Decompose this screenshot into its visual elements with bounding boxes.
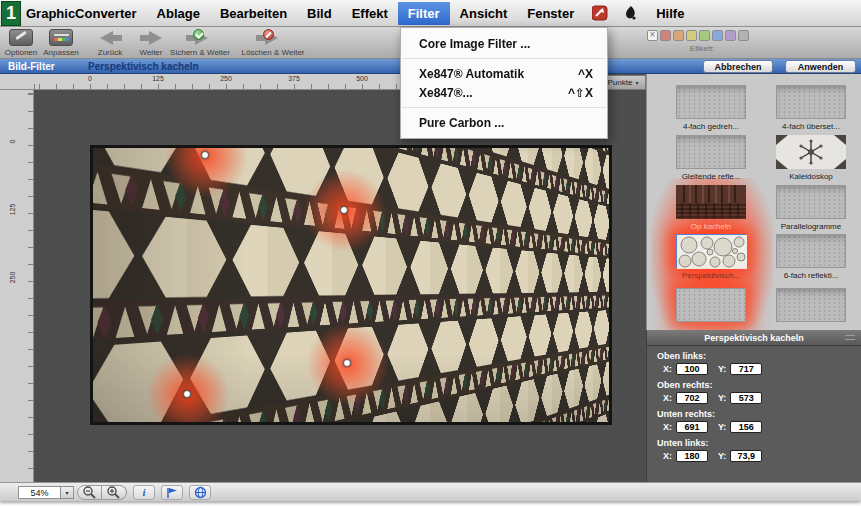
h-ruler-num: 250 bbox=[216, 75, 236, 82]
menu-graphicconverter[interactable]: GraphicConverter bbox=[24, 2, 147, 25]
unten-links-label: Unten links: bbox=[657, 438, 861, 448]
menu-effekt[interactable]: Effekt bbox=[342, 2, 398, 25]
thumbnail-image bbox=[776, 135, 846, 169]
status-bar: 54% ▾ i bbox=[0, 482, 861, 501]
filter-bar-title: Bild-Filter bbox=[8, 61, 55, 72]
panel-title: Perspektivisch kacheln bbox=[704, 333, 804, 343]
label-swatch-red[interactable] bbox=[660, 30, 671, 41]
menu-ansicht[interactable]: Ansicht bbox=[450, 2, 518, 25]
menu-item-core-image-filter[interactable]: Core Image Filter ... bbox=[401, 34, 607, 53]
wrench-icon bbox=[15, 31, 27, 40]
unten-links-x-field[interactable]: 180 bbox=[676, 450, 708, 462]
status-icon-group: i bbox=[133, 485, 211, 500]
filter-thumb-op-kacheln[interactable]: Op kacheln bbox=[661, 185, 761, 231]
label-swatch-purple[interactable] bbox=[725, 30, 736, 41]
filter-thumb-gleitende-reflexion[interactable]: Gleitende refle... bbox=[661, 135, 761, 181]
unten-links-y-field[interactable]: 73,9 bbox=[730, 450, 762, 462]
label-clear-swatch[interactable] bbox=[647, 30, 658, 41]
thumbnail-label: Gleitende refle... bbox=[661, 172, 761, 181]
label-swatch-gray[interactable] bbox=[738, 30, 749, 41]
zoom-in-button[interactable] bbox=[102, 485, 127, 500]
menu-item-shortcut: ^X bbox=[578, 67, 593, 81]
y-axis-label: Y: bbox=[718, 451, 726, 461]
label-swatch-yellow[interactable] bbox=[686, 30, 697, 41]
menu-bild[interactable]: Bild bbox=[297, 2, 342, 25]
apply-button[interactable]: Anwenden bbox=[785, 60, 856, 73]
options-button[interactable] bbox=[9, 29, 33, 46]
filter-thumb-kaleidoskop[interactable]: Kaleidoskop bbox=[761, 135, 861, 181]
globe-button[interactable] bbox=[189, 485, 211, 500]
filter-thumb-4fach-uebersetzt[interactable]: 4-fach überset... bbox=[761, 85, 861, 131]
menu-fenster[interactable]: Fenster bbox=[517, 2, 584, 25]
thumbnail-image bbox=[776, 234, 846, 268]
flag-icon bbox=[166, 487, 178, 499]
x-axis-label: X: bbox=[663, 422, 672, 432]
menu-item-label: Xe847®... bbox=[419, 86, 473, 100]
v-ruler-num: 250 bbox=[9, 268, 16, 288]
menu-item-xe847[interactable]: Xe847®... ^⇧X bbox=[401, 83, 607, 102]
thumbnail-image bbox=[676, 288, 746, 322]
filter-thumb-parallelogramme[interactable]: Parallelogramme bbox=[761, 185, 861, 231]
menu-item-pure-carbon[interactable]: Pure Carbon ... bbox=[401, 113, 607, 132]
oben-rechts-y-field[interactable]: 573 bbox=[730, 392, 762, 404]
control-point-bottom-right[interactable] bbox=[343, 359, 351, 367]
grip-icon bbox=[845, 335, 855, 340]
ink-blob-icon[interactable] bbox=[622, 5, 639, 22]
unten-rechts-label: Unten rechts: bbox=[657, 409, 861, 419]
menu-item-xe847-automatik[interactable]: Xe847® Automatik ^X bbox=[401, 64, 607, 83]
oben-rechts-label: Oben rechts: bbox=[657, 380, 861, 390]
info-icon: i bbox=[142, 487, 145, 498]
corner-glow-bottom-left bbox=[145, 352, 231, 425]
label-swatch-green[interactable] bbox=[699, 30, 710, 41]
filter-thumb-perspektivisch-selected[interactable]: Perspektivisch... bbox=[661, 234, 761, 280]
color-sliders-icon bbox=[54, 38, 69, 41]
oben-rechts-x-field[interactable]: 702 bbox=[676, 392, 708, 404]
thumbnail-image bbox=[676, 85, 746, 119]
y-axis-label: Y: bbox=[718, 422, 726, 432]
etikett-label: Etikett: bbox=[690, 44, 714, 53]
flag-button[interactable] bbox=[161, 485, 183, 500]
control-point-top-right[interactable] bbox=[340, 206, 348, 214]
filter-thumb-partial-left[interactable] bbox=[661, 288, 761, 322]
label-swatch-blue[interactable] bbox=[712, 30, 723, 41]
zoom-level-dropdown[interactable]: 54% ▾ bbox=[18, 486, 74, 499]
next-arrow-icon bbox=[149, 31, 162, 45]
green-check-icon bbox=[193, 29, 204, 40]
filter-thumb-4fach-gedreht[interactable]: 4-fach gedreh... bbox=[661, 85, 761, 131]
panel-header[interactable]: Perspektivisch kacheln bbox=[647, 330, 861, 346]
h-ruler-num: 500 bbox=[352, 75, 372, 82]
magnifier-minus-icon bbox=[82, 486, 98, 499]
unten-rechts-x-field[interactable]: 691 bbox=[676, 421, 708, 433]
control-point-bottom-left[interactable] bbox=[183, 390, 191, 398]
oben-links-y-field[interactable]: 717 bbox=[730, 363, 762, 375]
thumbnail-image bbox=[676, 185, 746, 219]
menu-filter-active[interactable]: Filter bbox=[398, 2, 450, 25]
adjust-button[interactable] bbox=[49, 29, 73, 46]
label-swatch-orange[interactable] bbox=[673, 30, 684, 41]
menu-bearbeiten[interactable]: Bearbeiten bbox=[210, 2, 297, 25]
annotation-step-badge: 1 bbox=[1, 1, 21, 26]
filter-thumbnails-sidebar: 4-fach gedreh... 4-fach überset... Gleit… bbox=[646, 74, 861, 330]
filter-thumb-6fach-reflektiert[interactable]: 6-fach reflekti... bbox=[761, 234, 861, 280]
zoom-out-button[interactable] bbox=[77, 485, 102, 500]
h-ruler-num: 375 bbox=[284, 75, 304, 82]
menu-ablage[interactable]: Ablage bbox=[147, 2, 210, 25]
menu-item-shortcut: ^⇧X bbox=[568, 86, 593, 100]
y-axis-label: Y: bbox=[718, 393, 726, 403]
oben-links-x-field[interactable]: 100 bbox=[676, 363, 708, 375]
info-button[interactable]: i bbox=[133, 485, 155, 500]
menu-hilfe[interactable]: Hilfe bbox=[646, 2, 694, 25]
thumbnail-label: 4-fach gedreh... bbox=[661, 122, 761, 131]
script-arrow-icon[interactable] bbox=[591, 5, 608, 22]
control-point-top-left[interactable] bbox=[201, 151, 209, 159]
thumbnail-label: 4-fach überset... bbox=[761, 122, 861, 131]
filter-thumb-partial-right[interactable] bbox=[761, 288, 861, 322]
back-arrow-icon bbox=[100, 31, 113, 45]
filter-bar-filter-name: Perspektivisch kacheln bbox=[88, 61, 199, 72]
delete-next-label: Löschen & Weiter bbox=[237, 48, 309, 57]
unten-rechts-y-field[interactable]: 156 bbox=[730, 421, 762, 433]
cancel-button[interactable]: Abbrechen bbox=[703, 60, 773, 73]
thumbnail-label: Perspektivisch... bbox=[661, 271, 761, 280]
thumbnail-image bbox=[776, 288, 846, 322]
label-color-swatches bbox=[647, 30, 749, 42]
